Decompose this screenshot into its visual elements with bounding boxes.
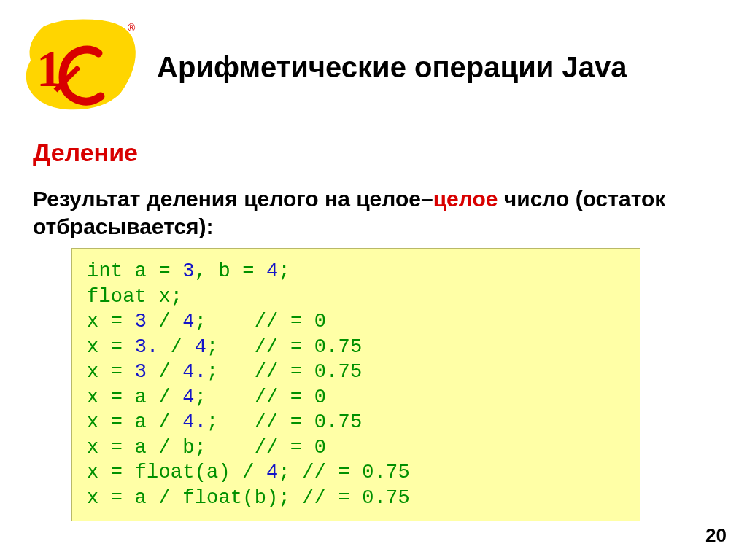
code-num: 3 <box>182 260 194 282</box>
code-num: 4. <box>182 361 206 383</box>
code-block: int a = 3, b = 4; float x; x = 3 / 4; //… <box>71 248 640 521</box>
code-tok: , b = <box>195 260 266 282</box>
code-num: 4 <box>266 462 278 483</box>
code-num: 3 <box>135 361 147 383</box>
code-tok: a = <box>123 260 182 282</box>
code-num: 3 <box>135 311 147 332</box>
code-num: 4. <box>182 411 206 433</box>
code-tok: ; <box>278 260 290 282</box>
code-tok: ; // = 0.75 <box>278 462 409 483</box>
code-tok: (a) / <box>195 462 266 483</box>
code-kw: float <box>87 286 147 308</box>
code-num: 4 <box>182 311 194 332</box>
code-tok: ; // = 0.75 <box>206 336 362 358</box>
svg-text:®: ® <box>128 22 136 34</box>
code-tok: x = <box>87 462 135 483</box>
code-tok: / <box>147 311 182 332</box>
slide-title: Арифметические операции Java <box>157 51 627 84</box>
code-tok: ; // = 0 <box>195 311 326 332</box>
section-subtitle: Деление <box>33 139 138 167</box>
code-tok: x = <box>87 361 135 383</box>
code-tok: / <box>147 361 182 383</box>
code-kw: int <box>87 260 123 282</box>
code-kw: float <box>182 487 242 509</box>
code-num: 3. <box>135 336 159 358</box>
code-tok: ; // = 0.75 <box>206 411 362 433</box>
code-tok: (b); // = 0.75 <box>242 487 410 509</box>
slide-number: 20 <box>705 524 727 547</box>
code-tok: x = a / <box>87 487 182 509</box>
code-num: 4 <box>266 260 278 282</box>
code-tok: x; <box>147 286 182 308</box>
code-tok: x = a / <box>87 386 182 408</box>
code-tok: x = <box>87 336 135 358</box>
code-tok: ; // = 0 <box>195 386 326 408</box>
descr-text-1: Результат деления целого на целое <box>33 187 421 211</box>
code-kw: float <box>135 462 195 483</box>
description: Результат деления целого на целое–целое … <box>33 185 714 240</box>
code-num: 4 <box>195 336 206 358</box>
logo: 1 ® <box>22 13 139 115</box>
descr-dash: – <box>421 187 433 211</box>
code-tok: x = a / <box>87 411 182 433</box>
slide: 1 ® Арифметические операции Java Деление… <box>0 0 747 560</box>
descr-red-word: целое <box>433 187 498 211</box>
code-tok: ; // = 0.75 <box>206 361 362 383</box>
code-tok: x = a / b; // = 0 <box>87 437 326 459</box>
code-tok: x = <box>87 311 135 332</box>
code-num: 4 <box>182 386 194 408</box>
code-tok: / <box>158 336 194 358</box>
